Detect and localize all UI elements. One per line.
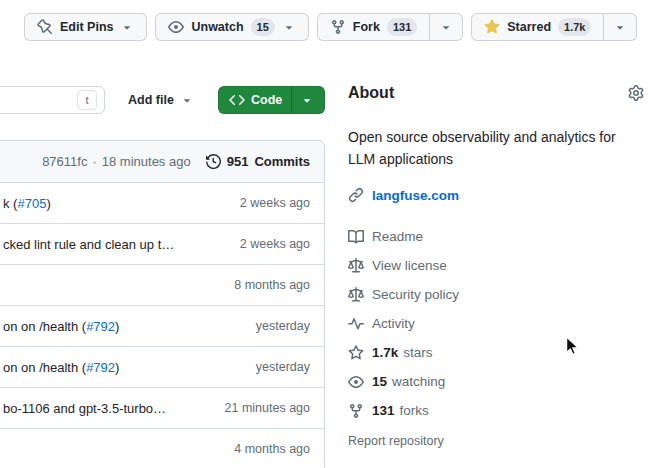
shortcut-key-badge: t <box>77 90 97 110</box>
unwatch-button[interactable]: Unwatch 15 <box>155 13 308 41</box>
eye-icon <box>348 374 364 390</box>
file-row[interactable]: k (#705) 2 weeks ago <box>0 183 324 224</box>
pulse-icon <box>348 316 364 332</box>
edit-pins-button[interactable]: Edit Pins <box>24 13 147 41</box>
star-icon <box>348 345 364 361</box>
eye-icon <box>168 19 184 35</box>
sidebar-forks[interactable]: 131 forks <box>348 396 644 425</box>
commit-age[interactable]: yesterday <box>256 319 310 333</box>
button-divider <box>291 87 292 113</box>
report-repository-link[interactable]: Report repository <box>348 434 444 448</box>
issue-link[interactable]: #792 <box>86 319 115 334</box>
commit-message-suffix: ) <box>115 360 119 375</box>
commit-age[interactable]: 21 minutes ago <box>225 401 310 415</box>
commit-message[interactable]: on on /health (#792) <box>3 360 119 375</box>
item-label: stars <box>403 345 432 360</box>
chevron-down-icon <box>613 20 627 34</box>
sidebar-stars[interactable]: 1.7k stars <box>348 338 644 367</box>
starred-label: Starred <box>507 20 551 34</box>
unwatch-label: Unwatch <box>191 20 243 34</box>
commit-age[interactable]: 4 months ago <box>234 442 310 456</box>
sidebar-link-security-policy[interactable]: Security policy <box>348 280 644 309</box>
edit-pins-label: Edit Pins <box>60 20 113 34</box>
watch-count-badge: 15 <box>251 18 275 36</box>
link-icon <box>348 187 364 203</box>
item-label: watching <box>392 374 445 389</box>
file-row[interactable]: 4 months ago <box>0 429 324 468</box>
item-label: Activity <box>372 316 415 331</box>
item-label: Readme <box>372 229 423 244</box>
commit-message[interactable]: cked lint rule and clean up t… <box>3 237 174 252</box>
pin-icon <box>37 19 53 35</box>
commit-message-text: on on /health ( <box>3 360 86 375</box>
about-title: About <box>348 84 394 102</box>
commit-message[interactable]: bo-1106 and gpt-3.5-turbo… <box>3 401 166 416</box>
gear-icon[interactable] <box>628 85 644 101</box>
mouse-cursor <box>563 336 581 357</box>
commit-message-suffix: ) <box>46 196 50 211</box>
fork-icon <box>348 403 364 419</box>
sidebar-watching[interactable]: 15 watching <box>348 367 644 396</box>
chevron-down-icon <box>439 20 453 34</box>
fork-dropdown-button[interactable] <box>429 13 463 41</box>
repo-description: Open source observability and analytics … <box>348 126 622 170</box>
latest-commit-info: 87611fc · 18 minutes ago <box>42 154 191 169</box>
fork-button[interactable]: Fork 131 <box>317 13 430 41</box>
chevron-down-icon <box>180 93 194 107</box>
website-link[interactable]: langfuse.com <box>372 188 459 203</box>
fork-button-group: Fork 131 <box>317 13 463 41</box>
about-header: About <box>348 84 644 102</box>
fork-icon <box>330 19 346 35</box>
file-row[interactable]: on on /health (#792) yesterday <box>0 347 324 388</box>
commit-message[interactable]: on on /health (#792) <box>3 319 119 334</box>
item-label: Security policy <box>372 287 459 302</box>
fork-count-badge: 131 <box>387 18 417 36</box>
dot-separator: · <box>92 154 96 169</box>
sidebar-link-readme[interactable]: Readme <box>348 222 644 251</box>
book-icon <box>348 229 364 245</box>
commit-message-text: on on /health ( <box>3 319 86 334</box>
item-label: View license <box>372 258 447 273</box>
law-icon <box>348 287 364 303</box>
commits-count: 951 <box>227 154 249 169</box>
commits-label: Commits <box>254 154 310 169</box>
sidebar-link-license[interactable]: View license <box>348 251 644 280</box>
file-row[interactable]: bo-1106 and gpt-3.5-turbo… 21 minutes ag… <box>0 388 324 429</box>
star-count-badge: 1.7k <box>558 18 591 36</box>
file-browser-table: 87611fc · 18 minutes ago 951 Commits k (… <box>0 140 325 468</box>
file-row[interactable]: on on /health (#792) yesterday <box>0 306 324 347</box>
repo-page: Edit Pins Unwatch 15 Fork 131 Starred 1. <box>0 0 666 468</box>
about-sidebar: About Open source observability and anal… <box>348 84 644 449</box>
commit-message[interactable]: k (#705) <box>3 196 51 211</box>
go-to-file-input[interactable]: t <box>0 86 105 114</box>
code-label: Code <box>251 93 282 107</box>
commit-age[interactable]: 2 weeks ago <box>240 237 310 251</box>
starred-button[interactable]: Starred 1.7k <box>471 13 604 41</box>
star-filled-icon <box>484 19 500 35</box>
repo-action-bar: Edit Pins Unwatch 15 Fork 131 Starred 1. <box>24 13 637 41</box>
code-icon <box>229 92 245 108</box>
item-label: forks <box>400 403 429 418</box>
commit-time: 18 minutes ago <box>102 154 191 169</box>
commits-link[interactable]: 951 Commits <box>206 154 310 169</box>
add-file-button[interactable]: Add file <box>116 86 206 114</box>
commit-message-text: k ( <box>3 196 17 211</box>
chevron-down-icon <box>300 93 314 107</box>
commit-hash-link[interactable]: 87611fc <box>42 154 87 169</box>
starred-dropdown-button[interactable] <box>603 13 637 41</box>
code-button[interactable]: Code <box>218 86 325 114</box>
commit-age[interactable]: 8 months ago <box>234 278 310 292</box>
commit-age[interactable]: yesterday <box>256 360 310 374</box>
file-row[interactable]: 8 months ago <box>0 265 324 306</box>
sidebar-link-activity[interactable]: Activity <box>348 309 644 338</box>
star-button-group: Starred 1.7k <box>471 13 637 41</box>
issue-link[interactable]: #705 <box>17 196 46 211</box>
add-file-label: Add file <box>128 93 174 107</box>
latest-commit-bar: 87611fc · 18 minutes ago 951 Commits <box>0 141 324 183</box>
file-row[interactable]: cked lint rule and clean up t… 2 weeks a… <box>0 224 324 265</box>
issue-link[interactable]: #792 <box>86 360 115 375</box>
chevron-down-icon <box>282 20 296 34</box>
history-icon <box>206 154 221 169</box>
commit-message-suffix: ) <box>115 319 119 334</box>
commit-age[interactable]: 2 weeks ago <box>240 196 310 210</box>
